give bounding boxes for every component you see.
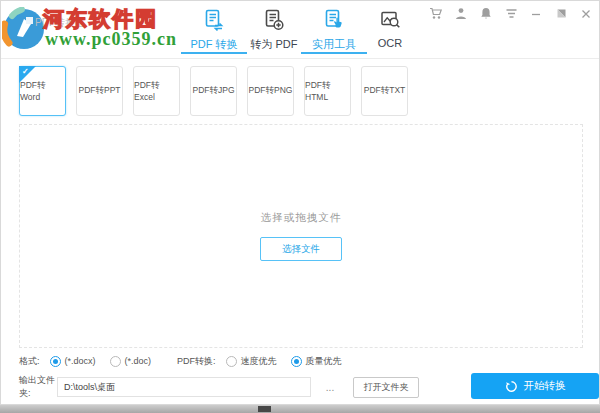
logo-watermark-cluster: PDF转换王 河东软件园 www.pc0359.cn	[1, 1, 181, 59]
radio-docx[interactable]: (*.docx)	[50, 356, 96, 367]
tab-pdf-to-ppt[interactable]: PDF转PPT	[76, 66, 123, 116]
radio-unselected-icon[interactable]	[110, 356, 121, 367]
tab-pdf-to-txt[interactable]: PDF转TXT	[361, 66, 408, 116]
radio-selected-icon[interactable]	[50, 356, 61, 367]
radio-label: (*.docx)	[65, 356, 96, 366]
choose-file-button[interactable]: 选择文件	[260, 237, 342, 261]
nav-tab-ocr[interactable]: OCR	[364, 8, 416, 49]
user-icon[interactable]	[454, 7, 468, 20]
app-window: PDF转换王 河东软件园 www.pc0359.cn PDF 转换 转为 PDF	[0, 0, 600, 405]
refresh-icon	[505, 380, 518, 393]
radio-speed-first[interactable]: 速度优先	[226, 355, 277, 368]
radio-quality-first[interactable]: 质量优先	[291, 355, 342, 368]
nav-tab-to-pdf[interactable]: 转为 PDF	[244, 8, 304, 52]
format-label: 格式:	[19, 355, 40, 368]
radio-label: 速度优先	[241, 355, 277, 368]
radio-doc[interactable]: (*.doc)	[110, 356, 152, 367]
nav-tab-label: 转为 PDF	[250, 37, 297, 52]
check-icon: ✓	[22, 67, 29, 76]
close-icon[interactable]	[579, 7, 593, 20]
to-pdf-icon	[262, 8, 286, 32]
open-folder-button[interactable]: 打开文件夹	[353, 377, 419, 398]
output-folder-label: 输出文件夹:	[19, 374, 57, 400]
tab-pdf-to-html[interactable]: PDF转HTML	[304, 66, 351, 116]
radio-unselected-icon[interactable]	[226, 356, 237, 367]
watermark-site-url: www.pc0359.cn	[45, 29, 177, 50]
bell-icon[interactable]	[479, 7, 493, 20]
tab-label: PDF转Word	[20, 80, 65, 102]
nav-tab-pdf-convert[interactable]: PDF 转换	[184, 8, 244, 52]
output-folder-row: 输出文件夹: ... 打开文件夹	[19, 376, 419, 398]
start-convert-button[interactable]: 开始转换	[471, 373, 599, 399]
pdf-convert-icon	[202, 8, 226, 32]
minimize-icon[interactable]	[529, 7, 543, 20]
nav-tab-label: OCR	[378, 37, 402, 49]
desktop-taskbar-strip	[0, 405, 600, 413]
nav-tab-utility-tools[interactable]: 实用工具	[304, 8, 364, 52]
tab-pdf-to-jpg[interactable]: PDF转JPG	[190, 66, 237, 116]
taskbar-mark	[258, 406, 271, 412]
tab-label: PDF转Excel	[134, 80, 179, 102]
utility-tools-icon	[322, 8, 346, 32]
radio-label: 质量优先	[306, 355, 342, 368]
nav-tab-label: PDF 转换	[190, 37, 237, 52]
tab-label: PDF转PNG	[249, 85, 293, 97]
tab-pdf-to-excel[interactable]: PDF转Excel	[133, 66, 180, 116]
tab-pdf-to-word[interactable]: ✓ PDF转Word	[19, 66, 66, 116]
tab-label: PDF转JPG	[192, 85, 234, 97]
tab-label: PDF转PPT	[78, 85, 120, 97]
maximize-icon[interactable]	[554, 7, 568, 20]
tab-label: PDF转TXT	[364, 85, 406, 97]
browse-button[interactable]: ...	[319, 377, 341, 397]
drop-hint-text: 选择或拖拽文件	[20, 211, 582, 225]
nav-tab-label: 实用工具	[312, 37, 356, 52]
cart-icon[interactable]	[429, 7, 443, 20]
ocr-icon	[378, 8, 402, 32]
window-controls	[429, 7, 593, 20]
start-convert-label: 开始转换	[524, 379, 566, 393]
radio-selected-icon[interactable]	[291, 356, 302, 367]
menu-icon[interactable]	[504, 7, 518, 20]
radio-label: (*.doc)	[125, 356, 152, 366]
tab-pdf-to-png[interactable]: PDF转PNG	[247, 66, 294, 116]
convert-mode-label: PDF转换:	[177, 355, 216, 368]
output-path-input[interactable]	[57, 377, 311, 397]
tab-label: PDF转HTML	[305, 80, 350, 102]
conversion-options-row: 格式: (*.docx) (*.doc) PDF转换: 速度优先 质量优先	[19, 354, 342, 368]
top-bar: PDF转换王 河东软件园 www.pc0359.cn PDF 转换 转为 PDF	[1, 1, 599, 59]
file-drop-zone[interactable]: 选择或拖拽文件 选择文件	[19, 124, 583, 348]
